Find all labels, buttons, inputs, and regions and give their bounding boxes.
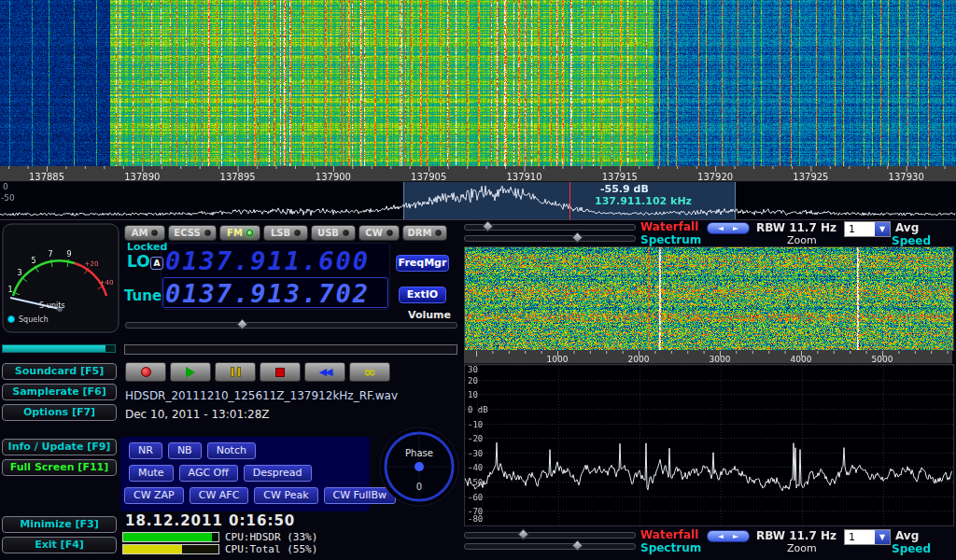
rf-frequency-scale[interactable] [0,166,956,182]
soundcard-button[interactable]: Soundcard [F5] [2,363,117,380]
right-arrow-icon[interactable]: ► [733,532,738,540]
notch-button[interactable]: Notch [207,442,256,459]
af-zoom-slider-top[interactable] [464,235,636,242]
pause-button[interactable] [215,362,256,382]
signal-bar-track [124,344,457,355]
s-meter-tick-1: 1 [7,286,12,294]
cw-afc-button[interactable]: CW AFC [190,487,249,504]
af-contrast-slider-top[interactable] [464,224,636,231]
spectrum-tab-bottom[interactable]: Spectrum [640,541,701,554]
rewind-icon: ◀◀ [319,366,331,378]
speed-label-top: Speed [892,234,931,247]
info-update-button[interactable]: Info / Update [F9] [2,439,117,455]
avg-label-top: Avg [895,221,919,234]
mode-button-fm[interactable]: FM [219,225,260,241]
waterfall-scroll-top[interactable]: ◄ ► [707,222,750,234]
rewind-button[interactable]: ◀◀ [304,362,345,382]
af-contrast-slider-bottom-handle[interactable] [517,528,529,540]
right-arrow-icon[interactable]: ► [733,224,738,232]
avg-value-top: 1 [845,222,875,236]
cpu-total-text: CPU:Total (55%) [225,543,317,555]
mode-button-usb[interactable]: USB [311,225,356,241]
waterfall-scroll-bottom[interactable]: ◄ ► [707,530,750,542]
s-meter-tick-5: 5 [31,257,35,265]
rf-waterfall[interactable] [0,0,956,166]
af-contrast-slider-bottom[interactable] [464,532,636,539]
rf-axis-bottom-label: -50 [1,193,15,203]
avg-dropdown-top[interactable]: 1 ▼ [844,221,891,237]
panel-divider [0,219,956,220]
extio-button[interactable]: ExtIO [399,287,446,303]
cpu-total-bar-fill [123,545,182,553]
lo-lock-badge[interactable]: A [150,257,163,270]
af-waterfall[interactable] [464,246,954,351]
hdsdr-window: 0 -50 -55.9 dB 137.911.102 kHz 1 3 5 7 9… [0,0,956,560]
cursor-frequency-readout: 137.911.102 kHz [595,195,692,207]
recording-file-date: Dec 10, 2011 - 13:01:28Z [125,408,270,421]
minimize-button[interactable]: Minimize [F3] [2,516,117,533]
volume-slider-handle[interactable] [236,318,248,330]
mute-button[interactable]: Mute [129,465,174,482]
options-button[interactable]: Options [F7] [2,404,117,421]
loop-button[interactable]: ∞ [349,362,390,382]
freqmgr-button[interactable]: FreqMgr [396,255,449,272]
waterfall-tab-top[interactable]: Waterfall [640,220,698,233]
cpu-hdsdr-bar-fill [123,533,212,541]
cw-peak-button[interactable]: CW Peak [254,487,317,504]
af-zoom-slider-top-handle[interactable] [571,231,583,244]
rf-spectrum[interactable] [0,182,956,219]
dropdown-arrow-icon[interactable]: ▼ [875,530,890,544]
s-meter: 1 3 5 7 9 +20 +40 S-units Squelch [2,223,120,333]
recording-file-name: HDSDR_20111210_125611Z_137912kHz_RF.wav [125,389,398,402]
play-button[interactable] [170,362,211,382]
af-contrast-slider-top-handle[interactable] [482,220,494,232]
stop-button[interactable] [260,362,301,382]
dropdown-arrow-icon[interactable]: ▼ [875,222,890,236]
phase-dial[interactable]: Phase 0 [378,426,460,508]
af-zoom-slider-bottom[interactable] [464,543,636,550]
lo-frequency-value[interactable]: 0137.911.600 [165,246,370,275]
af-spectrum[interactable] [464,364,954,526]
agc-off-button[interactable]: AGC Off [179,465,238,482]
fm-led-icon [246,230,253,236]
squelch-level-bar[interactable] [2,344,116,353]
phase-label: Phase [405,448,433,458]
record-icon [141,367,151,377]
tune-label: Tune [124,287,162,304]
nr-button[interactable]: NR [129,442,162,459]
waterfall-tab-bottom[interactable]: Waterfall [640,528,698,541]
mode-button-lsb[interactable]: LSB [263,225,308,241]
drm-led-icon [435,230,442,236]
play-icon [186,367,195,378]
squelch-level-fill [3,345,105,352]
af-frequency-scale[interactable] [464,351,952,364]
cpu-total-bar [122,544,219,554]
despread-button[interactable]: Despread [244,465,312,482]
mode-label-lsb: LSB [271,228,290,238]
tune-frequency-value[interactable]: 0137.913.702 [165,279,370,308]
cw-zap-button[interactable]: CW ZAP [124,487,184,504]
fullscreen-button[interactable]: Full Screen [F11] [2,459,117,476]
mode-button-drm[interactable]: DRM [402,225,447,241]
af-zoom-slider-bottom-handle[interactable] [571,539,583,552]
left-arrow-icon[interactable]: ◄ [718,532,724,540]
zoom-label-bottom: Zoom [787,542,817,554]
samplerate-button[interactable]: Samplerate [F6] [2,384,117,400]
cw-led-icon [387,230,393,236]
record-button[interactable] [125,362,166,382]
mode-button-am[interactable]: AM [124,225,165,241]
s-meter-tick-7: 7 [48,250,52,259]
avg-value-bottom: 1 [845,530,875,544]
rf-axis-top-label: 0 [3,182,8,191]
spectrum-tab-top[interactable]: Spectrum [640,233,701,246]
mode-label-fm: FM [227,228,243,238]
nb-button[interactable]: NB [168,442,202,459]
mode-button-ecss[interactable]: ECSS [168,225,217,241]
mode-button-cw[interactable]: CW [358,225,400,241]
avg-dropdown-bottom[interactable]: 1 ▼ [844,529,891,545]
squelch-indicator-icon[interactable] [8,316,15,323]
zoom-label-top: Zoom [787,234,817,246]
exit-button[interactable]: Exit [F4] [2,537,117,553]
left-arrow-icon[interactable]: ◄ [718,224,724,232]
volume-slider[interactable] [125,322,457,329]
